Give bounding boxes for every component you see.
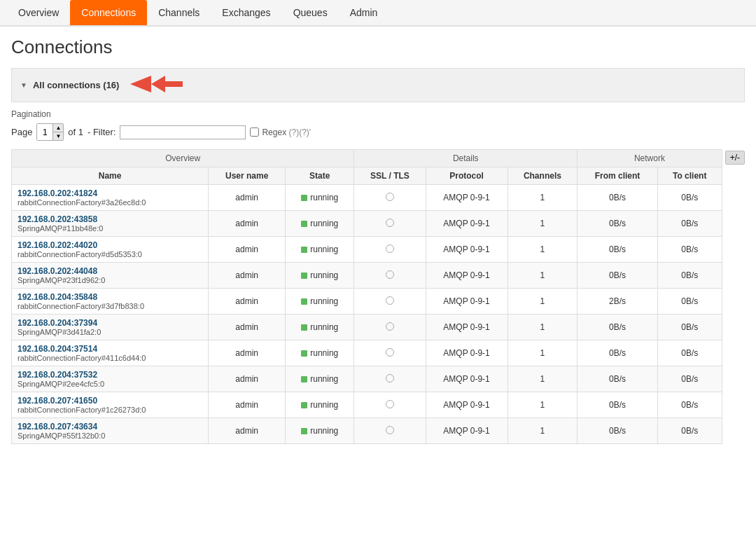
- state-dot: [301, 247, 307, 253]
- cell-protocol: AMQP 0-9-1: [426, 340, 507, 366]
- col-channels: Channels: [507, 167, 578, 185]
- ssl-circle: [386, 296, 394, 305]
- group-header-row: Overview Details Network: [12, 150, 722, 167]
- table-row: 192.168.0.202:41824rabbitConnectionFacto…: [12, 185, 722, 211]
- nav-connections[interactable]: Connections: [70, 0, 147, 25]
- cell-state: running: [286, 340, 354, 366]
- page-down-button[interactable]: ▼: [53, 132, 63, 140]
- nav-queues[interactable]: Queues: [282, 0, 339, 25]
- cell-channels: 1: [507, 211, 578, 237]
- conn-sub-label: rabbitConnectionFactory#d5d5353:0: [18, 250, 202, 258]
- conn-sub-label: SpringAMQP#23f1d962:0: [18, 276, 202, 284]
- cell-ssl: [354, 366, 426, 392]
- page-content: Connections ▼ All connections (16) Pagin…: [0, 27, 756, 454]
- cell-protocol: AMQP 0-9-1: [426, 289, 507, 315]
- cell-protocol: AMQP 0-9-1: [426, 418, 507, 444]
- nav-channels[interactable]: Channels: [147, 0, 211, 25]
- col-ssl: SSL / TLS: [354, 167, 426, 185]
- cell-ssl: [354, 237, 426, 263]
- state-dot: [301, 221, 307, 227]
- cell-channels: 1: [507, 418, 578, 444]
- cell-to-client: 0B/s: [657, 418, 722, 444]
- regex-label: Regex (?)(?)': [250, 127, 311, 137]
- svg-marker-1: [130, 76, 151, 92]
- cell-to-client: 0B/s: [657, 392, 722, 418]
- conn-sub-label: SpringAMQP#3d41fa2:0: [18, 328, 202, 336]
- page-input[interactable]: [37, 124, 52, 140]
- group-header-network: Network: [578, 150, 722, 167]
- ssl-circle: [386, 244, 394, 253]
- nav-admin[interactable]: Admin: [339, 0, 389, 25]
- cell-username: admin: [209, 392, 286, 418]
- cell-username: admin: [209, 185, 286, 211]
- cell-ssl: [354, 315, 426, 340]
- cell-from-client: 0B/s: [578, 237, 658, 263]
- conn-name-link[interactable]: 192.168.0.207:43634: [18, 422, 202, 432]
- col-protocol: Protocol: [426, 167, 507, 185]
- cell-to-client: 0B/s: [657, 237, 722, 263]
- nav-exchanges[interactable]: Exchanges: [211, 0, 281, 25]
- cell-state: running: [286, 392, 354, 418]
- nav-overview[interactable]: Overview: [7, 0, 70, 25]
- cell-protocol: AMQP 0-9-1: [426, 315, 507, 340]
- cell-name: 192.168.0.204:37394SpringAMQP#3d41fa2:0: [12, 315, 209, 340]
- conn-name-link[interactable]: 192.168.0.204:37394: [18, 318, 202, 328]
- conn-sub-label: rabbitConnectionFactory#1c26273d:0: [18, 406, 202, 414]
- conn-name-link[interactable]: 192.168.0.202:44020: [18, 240, 202, 250]
- plus-minus-button[interactable]: +/-: [725, 151, 745, 165]
- cell-state: running: [286, 315, 354, 340]
- cell-state: running: [286, 211, 354, 237]
- cell-state: running: [286, 418, 354, 444]
- cell-username: admin: [209, 340, 286, 366]
- col-name: Name: [12, 167, 209, 185]
- cell-state: running: [286, 185, 354, 211]
- cell-channels: 1: [507, 366, 578, 392]
- conn-name-link[interactable]: 192.168.0.202:41824: [18, 188, 202, 198]
- regex-checkbox[interactable]: [250, 127, 259, 137]
- top-navigation: Overview Connections Channels Exchanges …: [0, 0, 756, 27]
- cell-from-client: 0B/s: [578, 263, 658, 289]
- table-row: 192.168.0.202:44020rabbitConnectionFacto…: [12, 237, 722, 263]
- cell-from-client: 0B/s: [578, 392, 658, 418]
- cell-username: admin: [209, 315, 286, 340]
- conn-name-link[interactable]: 192.168.0.204:37532: [18, 370, 202, 380]
- cell-protocol: AMQP 0-9-1: [426, 263, 507, 289]
- page-up-button[interactable]: ▲: [53, 124, 63, 132]
- table-row: 192.168.0.207:43634SpringAMQP#55f132b0:0…: [12, 418, 722, 444]
- cell-channels: 1: [507, 263, 578, 289]
- cell-name: 192.168.0.202:44048SpringAMQP#23f1d962:0: [12, 263, 209, 289]
- col-to-client: To client: [657, 167, 722, 185]
- state-dot: [301, 273, 307, 279]
- cell-ssl: [354, 418, 426, 444]
- state-dot: [301, 376, 307, 382]
- cell-to-client: 0B/s: [657, 315, 722, 340]
- cell-state: running: [286, 289, 354, 315]
- col-username: User name: [209, 167, 286, 185]
- toggle-arrow[interactable]: ▼: [20, 81, 27, 89]
- group-header-details: Details: [354, 150, 578, 167]
- table-row: 192.168.0.204:37514rabbitConnectionFacto…: [12, 340, 722, 366]
- of-label: of 1: [68, 127, 83, 137]
- table-row: 192.168.0.207:41650rabbitConnectionFacto…: [12, 392, 722, 418]
- cell-protocol: AMQP 0-9-1: [426, 237, 507, 263]
- cell-channels: 1: [507, 315, 578, 340]
- conn-sub-label: SpringAMQP#11bb48e:0: [18, 224, 202, 233]
- page-title: Connections: [11, 36, 745, 58]
- cell-protocol: AMQP 0-9-1: [426, 366, 507, 392]
- conn-sub-label: rabbitConnectionFactory#411c6d44:0: [18, 354, 202, 362]
- pagination-label: Pagination: [11, 109, 745, 119]
- cell-from-client: 0B/s: [578, 211, 658, 237]
- cell-name: 192.168.0.202:43858SpringAMQP#11bb48e:0: [12, 211, 209, 237]
- conn-name-link[interactable]: 192.168.0.202:44048: [18, 266, 202, 276]
- conn-name-link[interactable]: 192.168.0.204:35848: [18, 292, 202, 302]
- conn-name-link[interactable]: 192.168.0.202:43858: [18, 214, 202, 224]
- cell-state: running: [286, 237, 354, 263]
- conn-name-link[interactable]: 192.168.0.204:37514: [18, 344, 202, 354]
- cell-to-client: 0B/s: [657, 366, 722, 392]
- filter-input[interactable]: [120, 125, 246, 139]
- conn-name-link[interactable]: 192.168.0.207:41650: [18, 396, 202, 406]
- cell-state: running: [286, 263, 354, 289]
- col-state: State: [286, 167, 354, 185]
- state-dot: [301, 428, 307, 434]
- cell-channels: 1: [507, 185, 578, 211]
